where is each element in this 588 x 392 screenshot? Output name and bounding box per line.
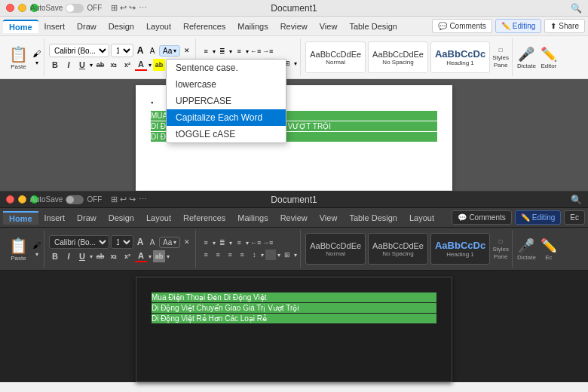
bullets-bottom[interactable]: ≡ [201,237,211,248]
numbering-dropdown-bottom[interactable]: ▾ [229,240,232,247]
bold-button-bottom[interactable]: B [49,250,61,262]
close-button-top[interactable] [6,4,14,12]
superscript-button-bottom[interactable]: x² [121,250,133,262]
tab-table-design-bottom[interactable]: Table Design [343,212,403,224]
underline-dropdown-bottom[interactable]: ▾ [90,253,93,260]
highlight-button-top[interactable]: ab [153,59,165,71]
dropdown-sentence-case[interactable]: Sentence case. [167,60,286,76]
tab-design-bottom[interactable]: Design [103,212,140,224]
font-color-dropdown-top[interactable]: ▾ [149,62,152,69]
search-icon-top[interactable]: 🔍 [571,3,582,14]
subscript-button-bottom[interactable]: x₂ [108,250,120,262]
tab-layout2-bottom[interactable]: Layout [403,212,440,224]
font-select-top[interactable]: Calibri (Bo... [49,44,109,57]
font-color-dropdown-bottom[interactable]: ▾ [149,253,152,260]
tab-references-top[interactable]: References [177,20,231,32]
underline-button-top[interactable]: U [76,59,88,71]
justify-bottom[interactable]: ≡ [237,250,247,260]
change-case-button-top[interactable]: Aa▾ [159,45,180,57]
shrink-font-top[interactable]: A [147,45,158,56]
shrink-font-bottom[interactable]: A [147,237,158,247]
grow-font-top[interactable]: A [135,45,145,56]
paste-button-top[interactable]: 📋 Paste [6,44,31,72]
dictate-button-bottom[interactable]: 🎤 Dictate [517,237,536,261]
format-painter-top[interactable]: 🖌 [32,49,41,58]
clear-format-bottom[interactable]: ✕ [182,237,192,247]
align-left-bottom[interactable]: ≡ [201,250,211,260]
tab-view-top[interactable]: View [314,20,344,32]
tab-draw-bottom[interactable]: Draw [71,212,103,224]
indent-decrease-top[interactable]: ←≡ [250,46,261,57]
subscript-button-top[interactable]: x₂ [108,59,120,71]
numbering-bottom[interactable]: ≣ [217,237,228,248]
styles-pane-button-top[interactable]: □ Styles Pane [492,47,509,69]
shading-bottom[interactable] [265,250,276,260]
strikethrough-button-top[interactable]: ab [94,59,106,71]
highlight-button-bottom[interactable]: ab [153,250,165,262]
minimize-button-top[interactable] [18,4,26,12]
tab-insert-top[interactable]: Insert [38,20,72,32]
tab-home-top[interactable]: Home [3,20,38,33]
tab-references-bottom[interactable]: References [177,212,231,224]
bold-button-top[interactable]: B [49,59,61,71]
tab-view-bottom[interactable]: View [314,212,344,224]
bullets-top[interactable]: ≡ [201,46,211,57]
tab-review-top[interactable]: Review [274,20,314,32]
tab-home-bottom[interactable]: Home [3,211,38,225]
multilevel-bottom[interactable]: ≡ [234,237,244,248]
editor-button-bottom[interactable]: ✏️ Ec [541,237,557,261]
bullets-dropdown-bottom[interactable]: ▾ [213,240,216,247]
superscript-button-top[interactable]: x² [121,59,133,71]
line-spacing-bottom[interactable]: ↕ [249,250,259,260]
autosave-toggle-top[interactable] [66,4,84,13]
italic-button-top[interactable]: I [63,59,75,71]
borders-dropdown-top[interactable]: ▾ [294,60,297,67]
minimize-button-bottom[interactable] [18,195,26,204]
shading-dropdown-bottom[interactable]: ▾ [277,252,280,259]
indent-increase-bottom[interactable]: →≡ [262,237,273,248]
paste-options-top[interactable]: ▾ [35,60,38,66]
tab-insert-bottom[interactable]: Insert [38,212,72,224]
highlight-dropdown-bottom[interactable]: ▾ [167,253,170,260]
style-heading1-bottom[interactable]: AaBbCcDc Heading 1 [430,233,490,265]
style-normal-bottom[interactable]: AaBbCcDdEe Normal [305,233,366,265]
underline-dropdown-top[interactable]: ▾ [90,62,93,69]
tab-design-top[interactable]: Design [103,20,140,32]
styles-pane-button-bottom[interactable]: □ Styles Pane [492,238,509,260]
size-select-top[interactable]: 12 [111,44,133,57]
close-button-bottom[interactable] [6,195,14,204]
editor-button-top[interactable]: ✏️ Editor [541,46,557,69]
paste-button-bottom[interactable]: 📋 Paste [6,235,31,263]
font-color-button-top[interactable]: A [135,59,147,71]
borders-bottom[interactable]: ⊞ [282,250,292,260]
numbering-dropdown-top[interactable]: ▾ [229,48,232,55]
dropdown-lowercase[interactable]: lowercase [167,76,286,93]
tab-draw-top[interactable]: Draw [71,20,103,32]
editing-button-top[interactable]: ✏️ Editing [495,19,542,33]
bullets-dropdown-top[interactable]: ▾ [213,48,216,55]
line-spacing-dropdown-bottom[interactable]: ▾ [261,252,264,259]
share-button-top[interactable]: ⬆ Share [544,19,585,33]
search-icon-bottom[interactable]: 🔍 [571,194,582,205]
italic-button-bottom[interactable]: I [63,250,75,262]
tab-mailings-top[interactable]: Mailings [231,20,274,32]
multilevel-dropdown-bottom[interactable]: ▾ [246,240,249,247]
font-color-button-bottom[interactable]: A [135,250,147,262]
paste-options-bottom[interactable]: ▾ [35,251,38,258]
format-painter-bottom[interactable]: 🖌 [32,240,41,250]
grow-font-bottom[interactable]: A [135,237,145,247]
ec-button-bottom[interactable]: Ec [564,210,585,225]
underline-button-bottom[interactable]: U [76,250,88,262]
dictate-button-top[interactable]: 🎤 Dictate [517,46,536,69]
style-normal-top[interactable]: AaBbCcDdEe Normal [305,41,366,73]
align-center-bottom[interactable]: ≡ [213,250,223,260]
tab-layout-bottom[interactable]: Layout [140,212,177,224]
dropdown-toggle-case[interactable]: tOGGLE cASE [167,126,286,142]
tab-layout-top[interactable]: Layout [140,20,177,32]
autosave-toggle-bottom[interactable] [66,195,84,204]
numbering-top[interactable]: ≣ [217,46,228,57]
indent-decrease-bottom[interactable]: ←≡ [250,237,261,248]
font-select-bottom[interactable]: Calibri (Bo... [49,235,109,249]
style-no-spacing-top[interactable]: AaBbCcDdEe No Spacing [368,41,428,73]
change-case-button-bottom[interactable]: Aa▾ [159,237,180,248]
